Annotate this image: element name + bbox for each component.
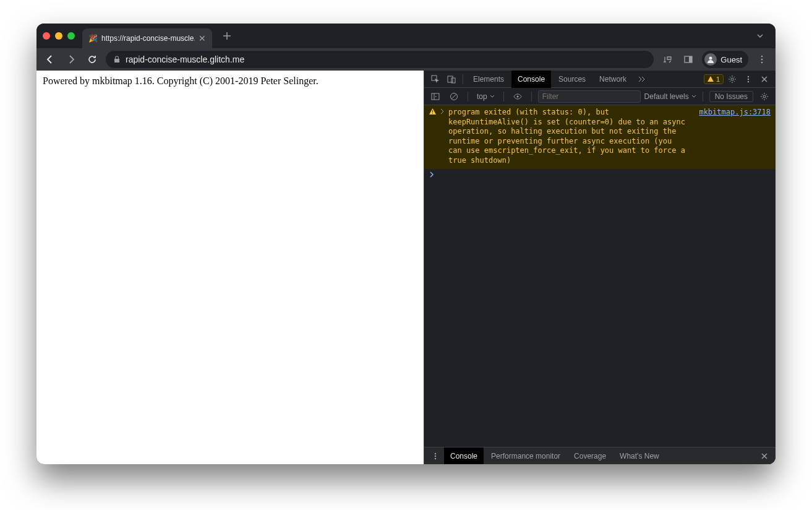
devtools-menu-button[interactable] xyxy=(741,72,756,87)
devtools-drawer: Console Performance monitor Coverage Wha… xyxy=(424,447,776,464)
tab-close-button[interactable]: ✕ xyxy=(199,33,206,43)
tab-favicon-icon: 🎉 xyxy=(88,34,98,43)
profile-label: Guest xyxy=(720,55,742,64)
console-output[interactable]: program exited (with status: 0), but kee… xyxy=(424,105,776,447)
issues-button[interactable]: No Issues xyxy=(709,91,753,102)
close-icon xyxy=(761,76,768,83)
svg-rect-20 xyxy=(432,113,433,114)
tab-sources[interactable]: Sources xyxy=(552,71,592,88)
new-tab-button[interactable] xyxy=(218,27,236,45)
arrow-right-icon xyxy=(66,54,76,64)
arrow-left-icon xyxy=(45,54,55,64)
svg-point-10 xyxy=(748,76,749,77)
lock-icon xyxy=(113,56,121,63)
address-url: rapid-concise-muscle.glitch.me xyxy=(126,54,244,64)
warnings-badge[interactable]: 1 xyxy=(704,74,724,84)
drawer-close-button[interactable] xyxy=(757,449,772,464)
live-expression-button[interactable] xyxy=(510,89,525,104)
minimize-window-button[interactable] xyxy=(55,32,62,40)
window-dropdown-button[interactable] xyxy=(751,32,769,40)
warning-icon xyxy=(429,108,436,166)
issues-label: No Issues xyxy=(715,92,748,101)
device-toolbar-button[interactable] xyxy=(444,72,459,87)
gear-icon xyxy=(760,92,769,101)
svg-point-21 xyxy=(435,452,436,454)
kebab-icon xyxy=(431,452,440,460)
avatar-icon xyxy=(704,53,717,66)
clear-console-button[interactable] xyxy=(447,89,461,104)
svg-rect-1 xyxy=(689,56,692,63)
eye-icon xyxy=(513,92,522,101)
more-tabs-button[interactable] xyxy=(634,72,649,87)
devtools-panel: Elements Console Sources Network 1 xyxy=(424,71,776,464)
drawer-tab-performance-monitor[interactable]: Performance monitor xyxy=(485,447,566,465)
caret-down-icon xyxy=(490,94,495,99)
inspect-element-button[interactable] xyxy=(428,72,443,87)
console-message-text: program exited (with status: 0), but kee… xyxy=(448,108,688,166)
gear-icon xyxy=(728,75,737,84)
context-label: top xyxy=(477,92,487,101)
warnings-count: 1 xyxy=(716,76,720,83)
kebab-icon xyxy=(757,54,767,64)
context-selector[interactable]: top xyxy=(474,92,497,101)
log-levels-selector[interactable]: Default levels xyxy=(644,92,696,101)
svg-rect-19 xyxy=(432,110,433,113)
console-sidebar-toggle[interactable] xyxy=(428,89,443,104)
profile-button[interactable]: Guest xyxy=(702,51,748,68)
source-link[interactable]: mkbitmap.js:3718 xyxy=(699,108,771,116)
browser-menu-button[interactable] xyxy=(754,52,769,67)
filter-input[interactable] xyxy=(538,90,641,103)
chevron-right-icon xyxy=(429,171,434,178)
devtools-tabbar: Elements Console Sources Network 1 xyxy=(424,71,776,88)
svg-point-3 xyxy=(761,56,763,58)
drawer-tab-coverage[interactable]: Coverage xyxy=(568,447,612,465)
devtools-close-button[interactable] xyxy=(757,72,772,87)
address-bar[interactable]: rapid-concise-muscle.glitch.me xyxy=(106,51,654,68)
console-message-source: mkbitmap.js:3718 xyxy=(699,108,771,166)
drawer-tab-console[interactable]: Console xyxy=(444,447,484,465)
back-button[interactable] xyxy=(43,52,58,67)
svg-point-17 xyxy=(516,95,518,97)
close-window-button[interactable] xyxy=(43,32,50,40)
media-control-icon[interactable] xyxy=(660,52,675,67)
inspect-icon xyxy=(431,75,440,84)
console-settings-button[interactable] xyxy=(757,89,772,104)
console-prompt[interactable] xyxy=(424,169,776,180)
svg-point-9 xyxy=(731,78,733,80)
tab-strip: 🎉 https://rapid-concise-muscle.g ✕ xyxy=(36,24,776,48)
warning-icon xyxy=(707,76,714,82)
kebab-icon xyxy=(744,75,753,84)
drawer-tab-whats-new[interactable]: What's New xyxy=(613,447,665,465)
maximize-window-button[interactable] xyxy=(67,32,75,40)
page-viewport: Powered by mkbitmap 1.16. Copyright (C) … xyxy=(36,71,424,464)
reload-icon xyxy=(87,54,97,64)
caret-down-icon xyxy=(691,94,696,99)
devtools-settings-button[interactable] xyxy=(725,72,740,87)
svg-point-4 xyxy=(761,59,763,61)
filter-field[interactable] xyxy=(538,90,641,103)
reload-button[interactable] xyxy=(85,52,100,67)
expand-message-button[interactable] xyxy=(440,108,445,166)
page-text: Powered by mkbitmap 1.16. Copyright (C) … xyxy=(43,76,417,87)
window-controls xyxy=(43,32,75,40)
plus-icon xyxy=(223,32,231,40)
side-panel-icon[interactable] xyxy=(681,52,696,67)
svg-point-23 xyxy=(435,457,436,459)
svg-point-18 xyxy=(763,95,766,98)
browser-tab[interactable]: 🎉 https://rapid-concise-muscle.g ✕ xyxy=(82,28,212,48)
caret-right-icon xyxy=(440,108,445,115)
svg-point-5 xyxy=(761,62,763,64)
console-warning-row: program exited (with status: 0), but kee… xyxy=(424,105,776,169)
svg-rect-7 xyxy=(448,76,453,82)
levels-label: Default levels xyxy=(644,92,689,101)
browser-window: 🎉 https://rapid-concise-muscle.g ✕ rapid… xyxy=(36,24,776,464)
chevron-down-icon xyxy=(756,32,764,40)
tab-title: https://rapid-concise-muscle.g xyxy=(101,34,195,43)
close-icon xyxy=(761,452,768,460)
tab-network[interactable]: Network xyxy=(593,71,633,88)
forward-button[interactable] xyxy=(64,52,79,67)
svg-point-22 xyxy=(435,455,436,456)
tab-elements[interactable]: Elements xyxy=(467,71,510,88)
drawer-menu-button[interactable] xyxy=(428,449,443,464)
tab-console[interactable]: Console xyxy=(511,71,551,88)
